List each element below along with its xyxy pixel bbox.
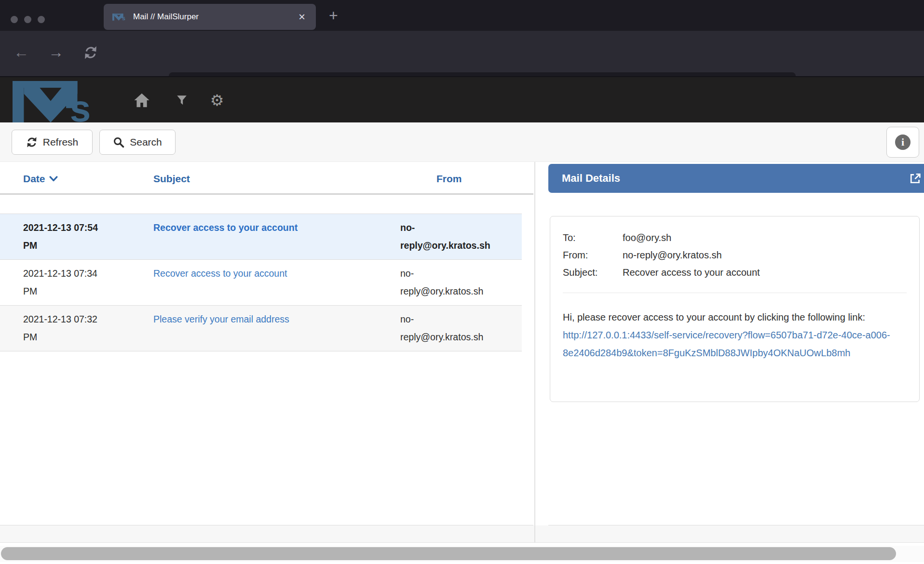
mail-from: no-reply@ory.kratos.sh <box>400 219 522 255</box>
to-value: foo@ory.sh <box>623 229 907 246</box>
subject-value: Recover access to your account <box>623 264 907 281</box>
mail-details-card: To: foo@ory.sh From: no-reply@ory.kratos… <box>550 216 920 402</box>
from-label: From: <box>563 246 623 264</box>
table-row[interactable]: 2021-12-13 07:34 PM Recover access to yo… <box>0 259 522 305</box>
open-external-icon[interactable] <box>909 172 922 185</box>
recovery-link[interactable]: http://127.0.0.1:4433/self-service/recov… <box>563 330 890 358</box>
mail-date: 2021-12-13 07:32 PM <box>0 310 153 346</box>
search-label: Search <box>130 136 162 148</box>
settings-gear-icon[interactable]: ⚙ <box>206 77 228 123</box>
from-value: no-reply@ory.kratos.sh <box>623 246 907 264</box>
mail-body: Hi, please recover access to your accoun… <box>563 309 903 362</box>
horizontal-scrollbar-track[interactable] <box>0 546 924 562</box>
table-row[interactable]: 2021-12-13 07:32 PM Please verify your e… <box>0 305 522 351</box>
new-tab-button[interactable]: + <box>329 8 338 23</box>
app-navbar: s ⚙ <box>0 76 924 122</box>
mail-subject-link[interactable]: Recover access to your account <box>153 268 287 279</box>
search-icon <box>113 136 124 148</box>
column-header-date[interactable]: Date <box>0 173 153 185</box>
subject-label: Subject: <box>563 264 623 281</box>
reload-button[interactable] <box>83 45 98 60</box>
close-tab-icon[interactable]: × <box>297 11 307 23</box>
column-header-from: From <box>400 173 533 185</box>
mail-from: no-reply@ory.kratos.sh <box>400 310 522 346</box>
svg-text:s: s <box>70 87 91 122</box>
refresh-icon <box>26 136 38 148</box>
window-dot[interactable] <box>24 16 31 23</box>
window-dot[interactable] <box>11 16 18 23</box>
window-controls[interactable] <box>11 16 45 23</box>
search-button[interactable]: Search <box>99 130 176 155</box>
panel-divider <box>534 162 535 543</box>
back-button[interactable]: ← <box>14 43 29 61</box>
refresh-label: Refresh <box>43 136 79 148</box>
window-dot[interactable] <box>38 16 45 23</box>
mail-subject-link[interactable]: Recover access to your account <box>153 222 298 233</box>
info-icon: i <box>895 134 910 150</box>
horizontal-scrollbar-thumb[interactable] <box>1 547 896 560</box>
mailslurper-logo[interactable]: s <box>13 81 109 122</box>
forward-button[interactable]: → <box>48 43 64 61</box>
to-label: To: <box>563 229 623 246</box>
bottom-strip <box>0 525 924 543</box>
home-icon[interactable] <box>131 77 152 123</box>
browser-tab-bar: s Mail // MailSlurper × + <box>0 0 924 31</box>
table-row[interactable]: 2021-12-13 07:54 PM Recover access to yo… <box>0 214 522 259</box>
details-divider <box>563 293 907 293</box>
svg-text:s: s <box>122 14 125 21</box>
mail-list-header: Date Subject From <box>0 164 533 195</box>
app-toolbar: Refresh Search i <box>0 122 924 162</box>
column-header-subject: Subject <box>153 173 400 185</box>
mail-body-text: Hi, please recover access to your accoun… <box>563 312 865 322</box>
mail-date: 2021-12-13 07:34 PM <box>0 265 153 300</box>
refresh-button[interactable]: Refresh <box>12 130 93 155</box>
mail-date: 2021-12-13 07:54 PM <box>0 219 153 255</box>
mail-details-header: Mail Details <box>548 164 924 193</box>
browser-tab[interactable]: s Mail // MailSlurper × <box>104 4 316 30</box>
mail-details-title: Mail Details <box>562 172 909 185</box>
sort-chevron-down-icon <box>49 175 58 182</box>
mailslurper-favicon: s <box>112 13 127 21</box>
tab-title: Mail // MailSlurper <box>133 12 297 22</box>
mail-subject-link[interactable]: Please verify your email address <box>153 314 289 324</box>
mail-list: 2021-12-13 07:54 PM Recover access to yo… <box>0 214 522 351</box>
browser-navigation-bar: ← → 127.0.0.1:4436/# 90% ☆ » <box>0 31 924 76</box>
main-content: Date Subject From 2021-12-13 07:54 PM Re… <box>0 162 924 525</box>
info-button[interactable]: i <box>886 127 919 158</box>
mail-from: no-reply@ory.kratos.sh <box>400 265 522 300</box>
filter-icon[interactable] <box>171 77 192 123</box>
